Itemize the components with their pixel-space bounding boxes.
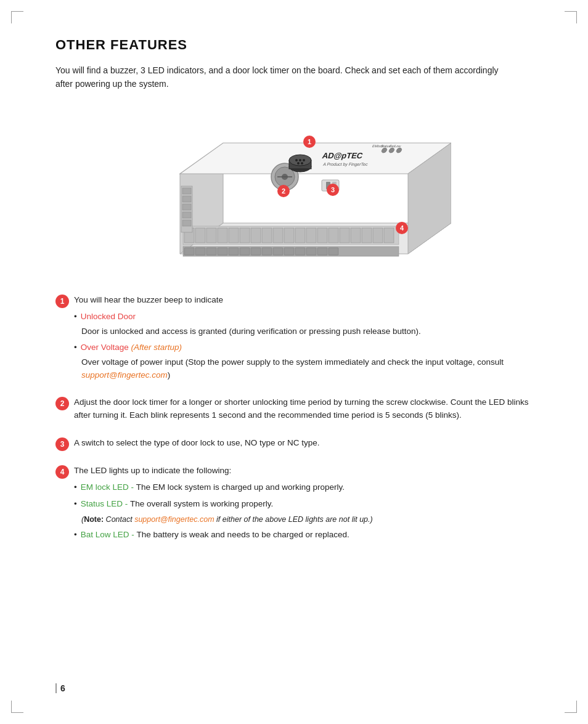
device-illustration: AD@pTEC A Product by FingerTec EMlock St… (55, 109, 539, 275)
sub-item-over-voltage: • Over Voltage (After startup) Over volt… (74, 341, 539, 381)
svg-rect-40 (317, 228, 327, 243)
unlocked-door-label: Unlocked Door (81, 311, 136, 323)
svg-rect-66 (182, 212, 191, 218)
svg-rect-42 (340, 228, 349, 243)
svg-rect-30 (206, 228, 216, 243)
bullet-row-overvoltage: • Over Voltage (After startup) (74, 341, 539, 354)
list-item-4: 4 The LED lights up to indicate the foll… (55, 465, 539, 545)
svg-text:1: 1 (308, 138, 311, 145)
number-badge-1: 1 (55, 295, 69, 308)
svg-rect-57 (284, 248, 294, 255)
svg-text:AD@pTEC: AD@pTEC (321, 152, 364, 161)
list-body-4: The LED lights up to indicate the follow… (74, 465, 539, 545)
bullet-row-status-led: • Status LED - The overall system is wor… (74, 498, 539, 511)
device-svg: AD@pTEC A Product by FingerTec EMlock St… (143, 112, 451, 272)
bullet-row-em-lock: • EM lock LED - The EM lock system is ch… (74, 481, 539, 494)
number-badge-3: 3 (55, 437, 69, 451)
number-badge-2: 2 (55, 397, 69, 410)
svg-rect-45 (373, 228, 383, 243)
item2-main-text: Adjust the door lock timer for a longer … (74, 396, 539, 422)
svg-rect-41 (329, 228, 338, 243)
corner-mark-bl (11, 701, 23, 713)
sub-item-status-led: • Status LED - The overall system is wor… (74, 498, 539, 511)
over-voltage-desc: Over voltage of power input (Stop the po… (81, 356, 539, 381)
svg-rect-46 (384, 228, 394, 243)
svg-rect-39 (306, 228, 316, 243)
svg-text:BatLow: BatLow (389, 145, 402, 148)
sub-item-unlocked-door: • Unlocked Door Door is unlocked and acc… (74, 311, 539, 338)
page: OTHER FEATURES You will find a buzzer, 3… (0, 0, 588, 724)
corner-mark-tl (11, 11, 23, 23)
item3-main-text: A switch to select the type of door lock… (74, 437, 539, 450)
corner-mark-tr (565, 11, 577, 23)
em-lock-label: EM lock LED - (81, 481, 134, 494)
em-lock-desc: The EM lock system is charged up and wor… (136, 481, 345, 494)
item1-main-text: You will hear the buzzer beep to indicat… (74, 294, 539, 307)
svg-rect-38 (295, 228, 305, 243)
bullet-dot-3: • (74, 481, 77, 494)
bullet-dot-4: • (74, 498, 77, 511)
svg-rect-59 (306, 248, 316, 255)
svg-point-19 (295, 159, 298, 161)
bullet-row-bat-low: • Bat Low LED - The battery is weak and … (74, 529, 539, 542)
svg-rect-49 (195, 248, 205, 255)
number-badge-4: 4 (55, 465, 69, 479)
svg-rect-36 (273, 228, 283, 243)
svg-rect-56 (273, 248, 283, 255)
svg-marker-2 (180, 143, 451, 174)
item4-main-text: The LED lights up to indicate the follow… (74, 465, 539, 478)
list-body-1: You will hear the buzzer beep to indicat… (74, 294, 539, 385)
svg-rect-50 (206, 248, 216, 255)
bat-low-label: Bat Low LED - (81, 529, 134, 542)
svg-text:A Product by FingerTec: A Product by FingerTec (322, 162, 369, 167)
over-voltage-suffix: (After startup) (131, 341, 182, 354)
svg-text:2: 2 (282, 187, 285, 195)
page-number: 6 (55, 683, 65, 693)
svg-rect-67 (182, 220, 191, 226)
support-link-1[interactable]: support@fingertec.com (81, 370, 168, 380)
svg-rect-43 (351, 228, 361, 243)
section-title: OTHER FEATURES (55, 37, 539, 53)
unlocked-door-desc: Door is unlocked and access is granted (… (81, 325, 539, 338)
svg-point-23 (301, 162, 303, 165)
over-voltage-label: Over Voltage (81, 341, 129, 354)
sub-item-em-lock: • EM lock LED - The EM lock system is ch… (74, 481, 539, 494)
svg-rect-48 (184, 248, 194, 255)
svg-rect-64 (182, 196, 191, 202)
svg-rect-61 (329, 248, 338, 255)
bullet-dot-2: • (74, 341, 77, 354)
svg-point-21 (303, 159, 305, 161)
bullet-dot: • (74, 311, 77, 323)
svg-rect-63 (182, 188, 191, 194)
list-item-1: 1 You will hear the buzzer beep to indic… (55, 294, 539, 385)
status-led-label: Status LED - (81, 498, 128, 511)
svg-rect-31 (218, 228, 227, 243)
list-item-2: 2 Adjust the door lock timer for a longe… (55, 396, 539, 426)
svg-rect-33 (240, 228, 250, 243)
svg-point-22 (297, 162, 300, 165)
intro-text: You will find a buzzer, 3 LED indicators… (55, 64, 518, 91)
svg-rect-35 (262, 228, 272, 243)
svg-rect-51 (218, 248, 227, 255)
svg-rect-34 (251, 228, 261, 243)
svg-rect-44 (362, 228, 372, 243)
svg-text:3: 3 (331, 186, 335, 193)
list-body-3: A switch to select the type of door lock… (74, 437, 539, 454)
list-item-3: 3 A switch to select the type of door lo… (55, 437, 539, 454)
svg-rect-53 (240, 248, 250, 255)
svg-rect-37 (284, 228, 294, 243)
bat-low-desc: The battery is weak and needs to be char… (137, 529, 349, 542)
svg-rect-54 (251, 248, 261, 255)
bullet-row-unlocked: • Unlocked Door (74, 311, 539, 323)
svg-rect-60 (317, 248, 327, 255)
list-body-2: Adjust the door lock timer for a longer … (74, 396, 539, 426)
corner-mark-br (565, 701, 577, 713)
content-list: 1 You will hear the buzzer beep to indic… (55, 294, 539, 545)
sub-item-bat-low: • Bat Low LED - The battery is weak and … (74, 529, 539, 542)
svg-rect-52 (229, 248, 239, 255)
svg-rect-29 (195, 228, 205, 243)
note-label: Note: (84, 515, 104, 524)
support-link-2[interactable]: support@fingertec.com (134, 515, 214, 524)
svg-point-20 (299, 159, 301, 161)
svg-rect-32 (229, 228, 239, 243)
